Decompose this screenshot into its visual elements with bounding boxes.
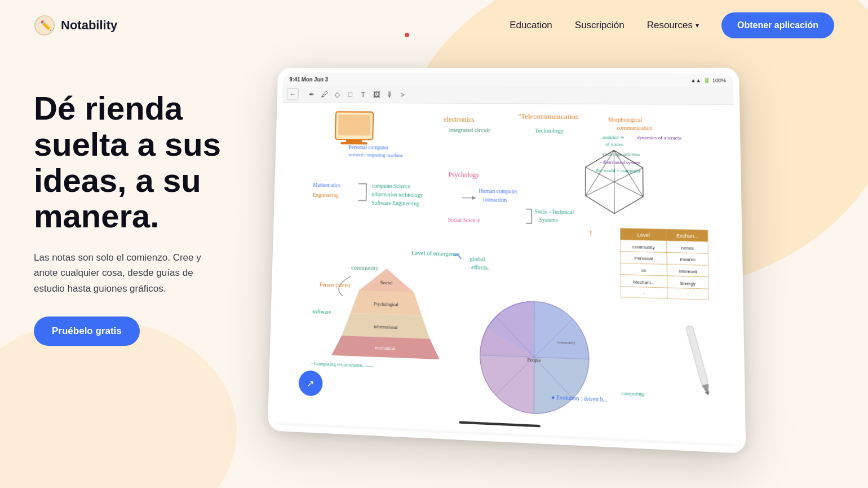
svg-text:global: global [470, 256, 485, 262]
logo-text: Notability [61, 18, 117, 33]
svg-text:Engineering: Engineering [313, 192, 339, 199]
svg-text:community: community [632, 244, 655, 250]
text-tool[interactable]: T [358, 89, 369, 100]
logo[interactable]: ✏️ Notability [34, 15, 117, 36]
svg-text:Exchan...: Exchan... [676, 232, 698, 239]
note-toolbar: ← ✒ 🖊 ◇ □ T 🖼 🎙 > [282, 86, 734, 105]
svg-text:Software Engineering: Software Engineering [371, 199, 419, 206]
nav-resources[interactable]: Resources [647, 20, 693, 31]
svg-text:Human computer: Human computer [479, 188, 518, 195]
try-free-button[interactable]: Pruébelo gratis [34, 316, 140, 346]
svg-text:community: community [351, 264, 379, 271]
svg-text:dynamics of a structu: dynamics of a structu [637, 134, 682, 140]
svg-text:information technology: information technology [371, 191, 423, 198]
toolbar-tools: ✒ 🖊 ◇ □ T 🖼 🎙 > [306, 89, 408, 100]
svg-text:Energy: Energy [680, 280, 696, 287]
svg-text:nenes: nenes [681, 245, 694, 250]
hero-subtext: Las notas son solo el comienzo. Cree y a… [34, 250, 214, 296]
svg-text:People: People [527, 357, 541, 363]
cta-button[interactable]: Obtener aplicación [721, 12, 834, 38]
svg-text:on: on [641, 267, 646, 273]
svg-text:computer Science: computer Science [372, 183, 411, 190]
ipad-time: 9:41 Mon Jun 3 [289, 77, 328, 83]
shape-tool[interactable]: □ [345, 89, 356, 100]
svg-text:computing: computing [621, 390, 644, 397]
eraser-tool[interactable]: ◇ [332, 89, 343, 100]
chevron-down-icon: ▾ [696, 21, 699, 29]
svg-text:↗: ↗ [307, 378, 314, 389]
main-nav: Education Suscripción Resources ▾ Obtene… [510, 12, 834, 38]
svg-text:"Telecommunication: "Telecommunication [518, 112, 579, 121]
svg-text:Level of emergence: Level of emergence [411, 250, 460, 258]
hero-heading: Dé rienda suelta a sus ideas, a su maner… [34, 90, 237, 234]
nav-education[interactable]: Education [510, 20, 552, 31]
svg-text:electronics: electronics [444, 116, 475, 124]
pen-tool[interactable]: ✒ [306, 89, 317, 100]
battery-percent: 100% [712, 77, 726, 83]
nav-subscription[interactable]: Suscripción [575, 20, 625, 31]
nav-dot [405, 33, 409, 37]
image-tool[interactable]: 🖼 [371, 89, 382, 100]
wifi-icon: ▲▲ [690, 77, 701, 83]
main-content: Dé rienda suelta a sus ideas, a su maner… [0, 51, 868, 434]
svg-text:Technology: Technology [535, 128, 564, 134]
svg-text:community: community [557, 340, 575, 345]
svg-text:of nodes: of nodes [605, 141, 623, 147]
svg-text:Mechani...: Mechani... [633, 279, 654, 285]
svg-text:communication: communication [617, 125, 653, 131]
svg-text:Level: Level [637, 232, 649, 238]
svg-text:Socio - Technical: Socio - Technical [534, 208, 574, 215]
mindmap-svg: electronics "Telecommunication integrate… [273, 103, 739, 444]
svg-text:Social Science: Social Science [448, 217, 480, 224]
svg-text:informational: informational [374, 324, 398, 330]
ipad-topbar: 9:41 Mon Jun 3 ▲▲ 🔋 100% [283, 73, 733, 87]
svg-marker-92 [702, 384, 712, 396]
ipad-container: 9:41 Mon Jun 3 ▲▲ 🔋 100% ← ✒ 🖊 [271, 68, 834, 429]
svg-text:the world × computer: the world × computer [596, 167, 640, 174]
svg-text:Systems: Systems [539, 217, 558, 223]
audio-tool[interactable]: 🎙 [384, 89, 395, 100]
svg-text:Morphological: Morphological [608, 117, 643, 124]
svg-text:effects.: effects. [471, 263, 489, 270]
ipad-status: ▲▲ 🔋 100% [690, 77, 726, 83]
logo-icon: ✏️ [34, 15, 55, 36]
highlighter-tool[interactable]: 🖊 [319, 89, 330, 100]
svg-text:Mathematics: Mathematics [313, 182, 340, 188]
svg-text:✏️: ✏️ [40, 20, 52, 32]
svg-text:Personal computer: Personal computer [348, 143, 389, 150]
note-area: ← ✒ 🖊 ◇ □ T 🖼 🎙 > [273, 86, 739, 444]
svg-text:- Computing requirements ——: - Computing requirements —— [311, 360, 374, 368]
svg-text:informati: informati [679, 269, 697, 275]
svg-text:Psychological: Psychological [374, 301, 398, 307]
svg-text:Person (users): Person (users) [320, 282, 351, 289]
nav-resources-container[interactable]: Resources ▾ [647, 20, 699, 31]
battery-icon: 🔋 [703, 77, 710, 83]
svg-text:Social: Social [380, 280, 393, 286]
ipad-screen: 9:41 Mon Jun 3 ▲▲ 🔋 100% ← ✒ 🖊 [273, 73, 740, 447]
svg-text:interaction: interaction [483, 196, 507, 203]
svg-text:nodeled ≃: nodeled ≃ [603, 134, 625, 140]
svg-marker-93 [705, 391, 711, 395]
svg-text:↑: ↑ [588, 228, 593, 238]
more-tool[interactable]: > [397, 89, 408, 100]
header: ✏️ Notability Education Suscripción Reso… [0, 0, 868, 51]
back-button[interactable]: ← [287, 88, 299, 100]
svg-text:software: software [312, 308, 331, 315]
svg-rect-91 [685, 326, 708, 386]
svg-text:mechanical: mechanical [375, 345, 396, 351]
svg-rect-4 [338, 115, 371, 135]
svg-text:Psychology: Psychology [448, 171, 479, 179]
hero-section: Dé rienda suelta a sus ideas, a su maner… [34, 73, 237, 346]
svg-text:meanin: meanin [680, 257, 696, 262]
svg-text:isolated computing machine: isolated computing machine [348, 152, 403, 158]
svg-text:integrated circuit: integrated circuit [449, 127, 490, 134]
svg-text:Personal: Personal [635, 256, 653, 261]
ipad-frame: 9:41 Mon Jun 3 ▲▲ 🔋 100% ← ✒ 🖊 [268, 68, 746, 454]
